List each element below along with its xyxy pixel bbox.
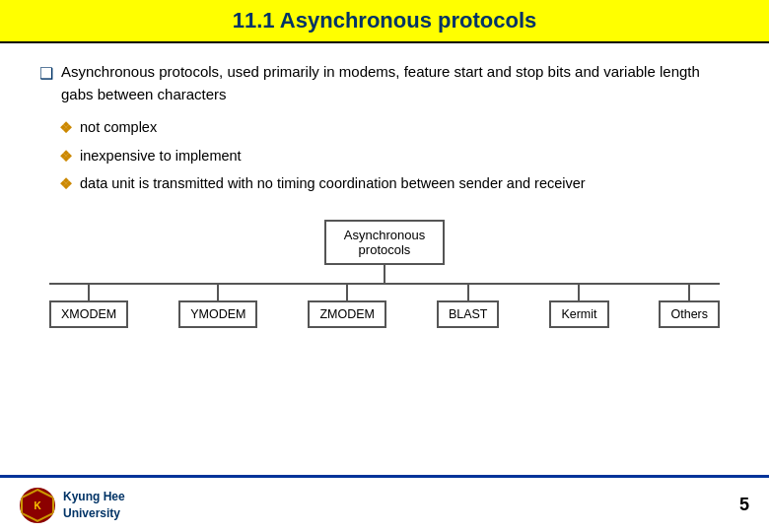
v-bullet-3: ❖	[59, 173, 72, 196]
diagram: Asynchronous protocols XMODEM YMODEM	[39, 220, 730, 328]
bottom-col-zmodem: ZMODEM	[308, 285, 386, 328]
v-line-others	[688, 285, 690, 300]
top-box-line1: Asynchronous	[344, 228, 425, 242]
slide-title: 11.1 Asynchronous protocols	[233, 8, 536, 33]
slide-footer: K Kyung Hee University 5	[0, 475, 769, 532]
top-box-line2: protocols	[344, 242, 425, 257]
diagram-top-box: Asynchronous protocols	[324, 220, 445, 265]
sub-point-3-text: data unit is transmitted with no timing …	[80, 173, 586, 195]
page-number: 5	[739, 495, 749, 515]
slide-content: ❑ Asynchronous protocols, used primarily…	[0, 43, 769, 475]
slide: 11.1 Asynchronous protocols ❑ Asynchrono…	[0, 0, 769, 532]
sub-point-3: ❖ data unit is transmitted with no timin…	[59, 173, 730, 196]
v-line-ymodem	[217, 285, 219, 300]
slide-header: 11.1 Asynchronous protocols	[0, 0, 769, 43]
bottom-col-xmodem: XMODEM	[49, 285, 128, 328]
box-blast: BLAST	[437, 300, 500, 328]
university-logo: K	[20, 488, 55, 523]
main-point: ❑ Asynchronous protocols, used primarily…	[39, 61, 730, 105]
bottom-col-blast: BLAST	[437, 285, 500, 328]
v-line-xmodem	[88, 285, 90, 300]
main-point-text: Asynchronous protocols, used primarily i…	[61, 61, 730, 105]
v-line-kermit	[578, 285, 580, 300]
v-line-zmodem	[346, 285, 348, 300]
diagram-wrapper: Asynchronous protocols XMODEM YMODEM	[49, 220, 720, 328]
box-kermit: Kermit	[549, 300, 608, 328]
box-zmodem: ZMODEM	[308, 300, 386, 328]
box-xmodem: XMODEM	[49, 300, 128, 328]
main-bullet-icon: ❑	[39, 62, 53, 86]
v-bullet-1: ❖	[59, 117, 72, 140]
bottom-col-ymodem: YMODEM	[178, 285, 257, 328]
sub-point-2-text: inexpensive to implement	[80, 146, 242, 167]
v-bullet-2: ❖	[59, 146, 72, 168]
logo-svg: K	[20, 488, 55, 523]
sub-point-2: ❖ inexpensive to implement	[59, 146, 730, 168]
university-logo-area: K Kyung Hee University	[20, 488, 125, 523]
svg-text:K: K	[34, 500, 41, 511]
sub-point-1-text: not complex	[80, 117, 157, 139]
box-others: Others	[659, 300, 720, 328]
box-ymodem: YMODEM	[178, 300, 257, 328]
top-vertical-connector	[384, 265, 385, 283]
bottom-col-others: Others	[659, 285, 720, 328]
sub-point-1: ❖ not complex	[59, 117, 730, 140]
university-name: Kyung Hee University	[63, 489, 125, 522]
v-line-blast	[467, 285, 469, 300]
university-line2: University	[63, 505, 125, 522]
sub-points-list: ❖ not complex ❖ inexpensive to implement…	[59, 117, 730, 202]
university-line1: Kyung Hee	[63, 489, 125, 505]
diagram-bottom-row: XMODEM YMODEM ZMODEM BLAST	[49, 285, 720, 328]
bottom-col-kermit: Kermit	[549, 285, 608, 328]
